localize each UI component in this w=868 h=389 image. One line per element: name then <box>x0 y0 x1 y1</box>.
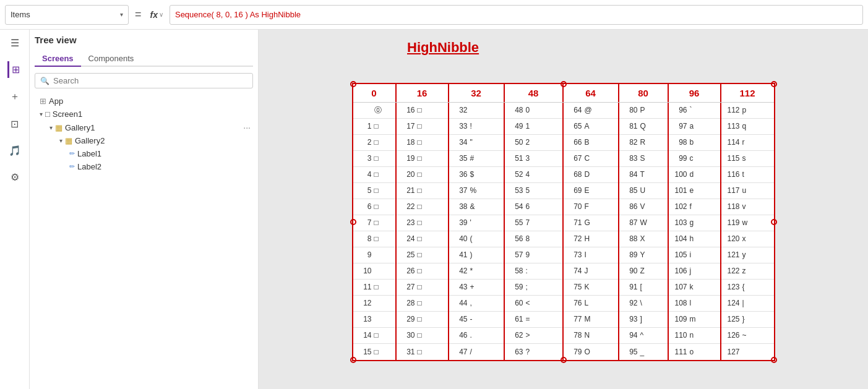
table-cell-r1-c5: 81Q <box>619 119 668 135</box>
cell-num: 41 <box>453 250 470 259</box>
cell-char: k <box>690 283 702 291</box>
cell-num: 77 <box>567 315 585 323</box>
database-icon[interactable]: ⊡ <box>8 116 21 132</box>
table-cell-r1-c0: 1□ <box>353 119 395 135</box>
handle-bottom-left[interactable] <box>350 357 356 363</box>
handle-mid-left[interactable] <box>350 219 356 225</box>
tree-item-gallery2[interactable]: ▾ ▦ Gallery2 <box>35 134 253 147</box>
add-icon[interactable]: ＋ <box>7 88 22 106</box>
gallery1-icon: ▦ <box>55 123 62 132</box>
cell-char: y <box>742 250 755 259</box>
cell-num: 24 <box>400 234 418 243</box>
handle-top-left[interactable] <box>350 81 356 87</box>
layers-icon[interactable]: ⊞ <box>7 61 22 78</box>
hamburger-icon[interactable]: ☰ <box>8 35 22 51</box>
cell-char: B <box>585 138 597 147</box>
cell-char: u <box>742 186 755 195</box>
col-header-32: 32 <box>449 84 505 102</box>
cell-char: M <box>585 315 597 323</box>
table-cell-r8-c3: 568 <box>505 231 562 247</box>
table-cell-r8-c6: 104h <box>669 231 720 247</box>
search-icon: 🔍 <box>40 77 49 85</box>
cell-char: F <box>585 202 597 211</box>
tree-item-screen1[interactable]: ▾ □ Screen1 <box>35 108 253 121</box>
cell-num: 126 <box>725 331 742 340</box>
search-input[interactable] <box>53 76 247 85</box>
highnibble-label[interactable]: HighNibble <box>407 40 479 56</box>
cell-num: 116 <box>725 170 742 179</box>
cell-char: ) <box>470 250 483 259</box>
cell-num: 99 <box>672 154 690 163</box>
table-cell-r6-c1: 22□ <box>397 199 448 215</box>
formula-text: Sequence( 8, 0, 16 ) As HighNibble <box>175 10 301 19</box>
cell-char: □ <box>418 154 430 163</box>
cell-char: □ <box>418 250 430 259</box>
fx-button[interactable]: fx ∨ <box>148 10 166 20</box>
settings-icon[interactable]: ⚙ <box>8 169 22 186</box>
cell-num: 39 <box>453 218 470 227</box>
cell-char: / <box>470 348 483 356</box>
handle-bottom-mid[interactable] <box>561 357 567 363</box>
main-area: ☰ ⊞ ＋ ⊡ 🎵 ⚙ Tree view Screens Components… <box>0 30 868 389</box>
cell-char: O <box>585 348 597 356</box>
table-cell-r5-c3: 535 <box>505 183 562 199</box>
table-cell-r5-c7: 117u <box>721 183 774 199</box>
table-cell-r13-c5: 93] <box>619 312 668 328</box>
cell-char: X <box>640 234 653 243</box>
table-cell-r7-c7: 119w <box>721 215 774 231</box>
handle-top-mid[interactable] <box>561 81 567 87</box>
handle-bottom-right[interactable] <box>771 357 777 363</box>
cell-char: # <box>470 154 483 163</box>
cell-num: 8 <box>357 234 374 243</box>
table-cell-r5-c5: 85U <box>619 183 668 199</box>
cell-num: 15 <box>357 348 374 356</box>
cell-char: v <box>742 202 755 211</box>
tree-item-label1[interactable]: ✏ Label1 <box>35 147 253 160</box>
cell-num: 40 <box>453 234 470 243</box>
search-box[interactable]: 🔍 <box>35 73 253 88</box>
cell-char: p <box>742 106 755 114</box>
table-col-6: 96`97a98b99c100d101e102f103g104h105i106j… <box>669 103 721 360</box>
cell-num: 16 <box>400 106 418 114</box>
table-cell-r14-c1: 30□ <box>397 328 448 344</box>
table-cell-r15-c2: 47/ <box>449 344 504 360</box>
tab-screens[interactable]: Screens <box>35 51 81 67</box>
table-cell-r14-c7: 126~ <box>721 328 774 344</box>
cell-char: ⓪ <box>374 105 387 116</box>
cell-num: 92 <box>623 299 640 307</box>
cell-num: 61 <box>509 315 526 323</box>
cell-char: c <box>690 154 702 163</box>
cell-char: U <box>640 186 653 195</box>
table-body: ⓪1□2□3□4□5□6□7□8□91011□121314□15□16□17□1… <box>353 103 774 360</box>
cell-char: □ <box>418 170 430 179</box>
tree-label-gallery1: Gallery1 <box>65 123 241 132</box>
tree-item-app[interactable]: ⊞ App <box>35 95 253 108</box>
tree-item-label2[interactable]: ✏ Label2 <box>35 160 253 173</box>
cell-char: C <box>585 154 597 163</box>
table-cell-r4-c7: 116t <box>721 167 774 183</box>
handle-mid-right[interactable] <box>771 219 777 225</box>
cell-num: 14 <box>357 331 374 340</box>
table-cell-r11-c3: 59; <box>505 280 562 296</box>
table-cell-r7-c2: 39' <box>449 215 504 231</box>
table-col-2: 3233!34"35#36$37%38&39'40(41)42*43+44,45… <box>449 103 505 360</box>
formula-bar[interactable]: Sequence( 8, 0, 16 ) As HighNibble <box>170 5 863 25</box>
cell-num: 20 <box>400 170 418 179</box>
table-cell-r11-c5: 91[ <box>619 280 668 296</box>
table-cell-r5-c4: 69E <box>564 183 618 199</box>
more-icon-gallery1[interactable]: ··· <box>241 122 253 132</box>
media-icon[interactable]: 🎵 <box>6 142 24 159</box>
handle-top-right[interactable] <box>771 81 777 87</box>
items-dropdown[interactable]: Items ▾ <box>5 5 129 25</box>
table-cell-r0-c6: 96` <box>669 103 720 119</box>
tree-item-gallery1[interactable]: ▾ ▦ Gallery1 ··· <box>35 121 253 134</box>
cell-num: 63 <box>509 348 526 356</box>
cell-num: 114 <box>725 138 742 147</box>
tab-components[interactable]: Components <box>81 51 142 67</box>
cell-num: 83 <box>623 154 640 163</box>
table-cell-r9-c3: 579 <box>505 247 562 263</box>
tree-label-gallery2: Gallery2 <box>75 136 253 145</box>
tree-panel: Tree view Screens Components 🔍 ⊞ App ▾ □ <box>30 30 258 389</box>
cell-num: 9 <box>357 250 374 259</box>
cell-num: 90 <box>623 267 640 275</box>
